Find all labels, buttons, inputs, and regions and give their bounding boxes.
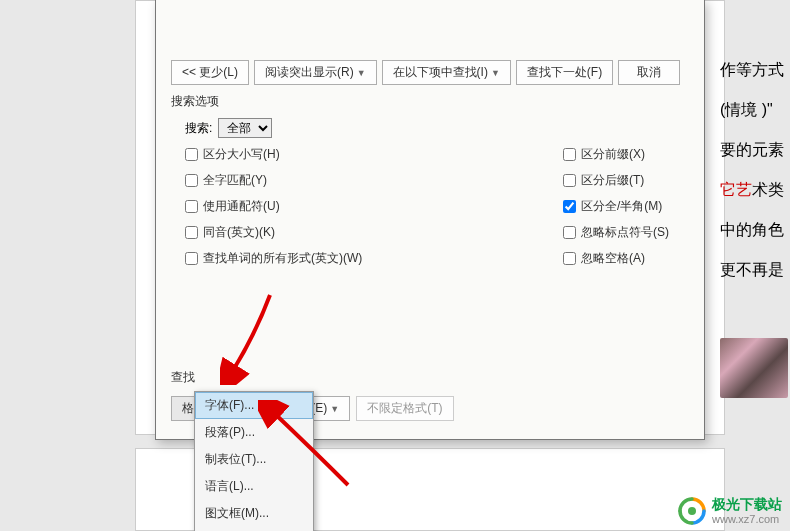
find-next-button[interactable]: 查找下一处(F) xyxy=(516,60,613,85)
wildcards-checkbox[interactable]: 使用通配符(U) xyxy=(185,198,563,215)
watermark: 极光下载站 www.xz7.com xyxy=(678,497,782,525)
search-label: 搜索: xyxy=(185,120,212,137)
menu-item-font[interactable]: 字体(F)... xyxy=(195,392,313,419)
text-line: 要的元素 xyxy=(720,130,785,170)
checkbox-grid: 区分大小写(H) 全字匹配(Y) 使用通配符(U) 同音(英文)(K) 查找单词… xyxy=(185,146,689,267)
text-line: 作等方式 xyxy=(720,50,785,90)
no-format-button[interactable]: 不限定格式(T) xyxy=(356,396,453,421)
search-direction-row: 搜索: 全部 xyxy=(185,118,689,138)
chevron-down-icon: ▼ xyxy=(491,68,500,78)
chevron-down-icon: ▼ xyxy=(330,404,339,414)
checkbox-column-right: 区分前缀(X) 区分后缀(T) 区分全/半角(M) 忽略标点符号(S) 忽略空格… xyxy=(563,146,689,267)
checkbox-column-left: 区分大小写(H) 全字匹配(Y) 使用通配符(U) 同音(英文)(K) 查找单词… xyxy=(185,146,563,267)
red-text: 它艺 xyxy=(720,181,752,198)
watermark-logo-icon xyxy=(678,497,706,525)
match-halfwidth-checkbox[interactable]: 区分全/半角(M) xyxy=(563,198,689,215)
watermark-title: 极光下载站 xyxy=(712,497,782,512)
svg-point-0 xyxy=(688,507,696,515)
text-line: (情境 )" xyxy=(720,90,785,130)
document-text-fragment: 作等方式 (情境 )" 要的元素 它艺术类 中的角色 更不再是 xyxy=(720,50,785,290)
watermark-url: www.xz7.com xyxy=(712,513,782,525)
search-direction-select[interactable]: 全部 xyxy=(218,118,272,138)
search-options-label: 搜索选项 xyxy=(171,93,689,110)
find-replace-dialog: << 更少(L) 阅读突出显示(R)▼ 在以下项中查找(I)▼ 查找下一处(F)… xyxy=(155,0,705,440)
reading-highlight-button[interactable]: 阅读突出显示(R)▼ xyxy=(254,60,377,85)
dialog-button-row: << 更少(L) 阅读突出显示(R)▼ 在以下项中查找(I)▼ 查找下一处(F)… xyxy=(171,60,689,85)
ignore-punctuation-checkbox[interactable]: 忽略标点符号(S) xyxy=(563,224,689,241)
menu-item-language[interactable]: 语言(L)... xyxy=(195,473,313,500)
chevron-down-icon: ▼ xyxy=(357,68,366,78)
format-dropdown-menu: 字体(F)... 段落(P)... 制表位(T)... 语言(L)... 图文框… xyxy=(194,391,314,531)
menu-item-frame[interactable]: 图文框(M)... xyxy=(195,500,313,527)
menu-item-tabs[interactable]: 制表位(T)... xyxy=(195,446,313,473)
text-line: 更不再是 xyxy=(720,250,785,290)
find-in-button[interactable]: 在以下项中查找(I)▼ xyxy=(382,60,511,85)
match-case-checkbox[interactable]: 区分大小写(H) xyxy=(185,146,563,163)
find-label: 查找 xyxy=(171,369,454,386)
text-line: 中的角色 xyxy=(720,210,785,250)
text-line: 它艺术类 xyxy=(720,170,785,210)
match-prefix-checkbox[interactable]: 区分前缀(X) xyxy=(563,146,689,163)
less-button[interactable]: << 更少(L) xyxy=(171,60,249,85)
match-suffix-checkbox[interactable]: 区分后缀(T) xyxy=(563,172,689,189)
menu-item-paragraph[interactable]: 段落(P)... xyxy=(195,419,313,446)
cancel-button[interactable]: 取消 xyxy=(618,60,680,85)
menu-item-style[interactable]: 样式(S)... xyxy=(195,527,313,531)
whole-word-checkbox[interactable]: 全字匹配(Y) xyxy=(185,172,563,189)
all-word-forms-checkbox[interactable]: 查找单词的所有形式(英文)(W) xyxy=(185,250,563,267)
sounds-like-checkbox[interactable]: 同音(英文)(K) xyxy=(185,224,563,241)
image-thumbnail xyxy=(720,338,788,398)
ignore-whitespace-checkbox[interactable]: 忽略空格(A) xyxy=(563,250,689,267)
watermark-text: 极光下载站 www.xz7.com xyxy=(712,497,782,524)
